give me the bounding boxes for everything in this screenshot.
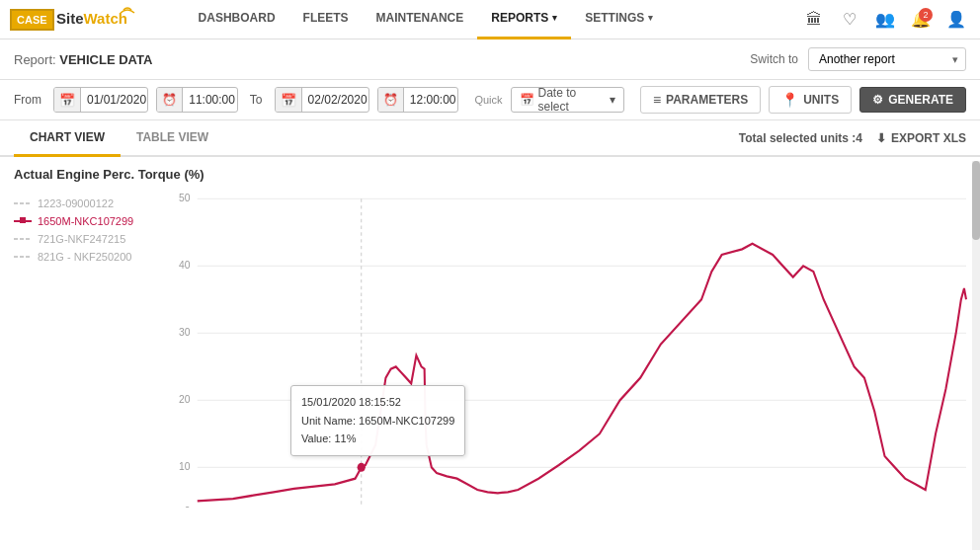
- tabs-left: CHART VIEW TABLE VIEW: [14, 120, 224, 155]
- chart1-svg: 50 40 30 20 10 0 20/01/2020 01:00:00 27/: [172, 188, 966, 508]
- tab-chart-view[interactable]: CHART VIEW: [14, 120, 121, 157]
- to-label: To: [250, 93, 263, 107]
- from-date-input[interactable]: 📅 01/01/2020: [53, 87, 148, 113]
- sitewatch-logo: SiteWatch: [56, 6, 165, 34]
- favorite-icon[interactable]: ♡: [836, 6, 863, 34]
- museum-icon[interactable]: 🏛: [800, 6, 828, 34]
- date-row: From 📅 01/01/2020 ⏰ 11:00:00 To 📅 02/02/…: [0, 80, 980, 120]
- legend-item-1[interactable]: 1650M-NKC107299: [14, 215, 172, 227]
- user-icon[interactable]: 👤: [942, 6, 970, 34]
- chart1-legend: 1223-09000122 1650M-NKC107299 721G-NKF24…: [14, 188, 172, 508]
- users-icon[interactable]: 👥: [871, 6, 899, 34]
- quick-date-chevron: ▾: [610, 93, 615, 107]
- selected-units-text: Total selected units :4: [739, 131, 862, 145]
- notification-badge: 2: [919, 8, 933, 22]
- legend-item-3[interactable]: 821G - NKF250200: [14, 251, 172, 263]
- svg-text:50: 50: [179, 191, 190, 203]
- to-time-value: 12:00:00: [404, 93, 459, 107]
- from-time-value: 11:00:00: [183, 93, 238, 107]
- tooltip-dot: [358, 463, 366, 472]
- from-date-picker-btn[interactable]: 📅: [54, 88, 81, 112]
- chart-section-1: Actual Engine Perc. Torque (%) 1223-0900…: [0, 157, 980, 508]
- legend-label-2: 721G-NKF247215: [38, 233, 125, 245]
- main-nav: DASHBOARD FLEETS MAINTENANCE REPORTS ▾ S…: [185, 0, 800, 39]
- tab-table-view[interactable]: TABLE VIEW: [121, 120, 224, 157]
- report-title: Report: VEHICLE DATA: [14, 52, 152, 67]
- report-name: VEHICLE DATA: [59, 52, 152, 67]
- legend-item-2[interactable]: 721G-NKF247215: [14, 233, 172, 245]
- chart1-title: Actual Engine Perc. Torque (%): [14, 167, 966, 182]
- export-label: EXPORT XLS: [891, 131, 966, 145]
- generate-icon: ⚙: [872, 93, 883, 107]
- svg-text:0: 0: [185, 504, 191, 508]
- nav-reports[interactable]: REPORTS ▾: [477, 0, 571, 39]
- nav-maintenance[interactable]: MAINTENANCE: [363, 0, 478, 39]
- chart-line-1: [198, 244, 966, 502]
- to-time-picker-btn[interactable]: ⏰: [378, 88, 404, 112]
- tabs-right: Total selected units :4 ⬇ EXPORT XLS: [739, 131, 966, 145]
- selected-units-count: 4: [856, 131, 862, 145]
- scroll-track[interactable]: [972, 161, 980, 550]
- quick-date-select-value: Date to select: [538, 86, 606, 114]
- chart1-plot: 50 40 30 20 10 0 20/01/2020 01:00:00 27/: [172, 188, 966, 508]
- units-button[interactable]: 📍 UNITS: [769, 86, 852, 114]
- chart1-area: 1223-09000122 1650M-NKC107299 721G-NKF24…: [14, 188, 966, 508]
- legend-label-3: 821G - NKF250200: [38, 251, 131, 263]
- nav-fleets[interactable]: FLEETS: [289, 0, 363, 39]
- parameters-button[interactable]: ≡ PARAMETERS: [640, 86, 761, 114]
- export-xls-button[interactable]: ⬇ EXPORT XLS: [876, 131, 966, 145]
- header-icons: 🏛 ♡ 👥 🔔 2 👤: [800, 6, 970, 34]
- legend-label-0: 1223-09000122: [38, 197, 114, 209]
- from-time-input[interactable]: ⏰ 11:00:00: [156, 87, 238, 113]
- parameters-label: PARAMETERS: [666, 93, 748, 107]
- svg-text:20: 20: [179, 392, 190, 405]
- nav-dashboard[interactable]: DASHBOARD: [185, 0, 289, 39]
- settings-chevron: ▾: [648, 13, 653, 23]
- to-date-input[interactable]: 📅 02/02/2020: [275, 87, 369, 113]
- tabs-row: CHART VIEW TABLE VIEW Total selected uni…: [0, 120, 980, 157]
- units-label: UNITS: [803, 93, 839, 107]
- reports-chevron: ▾: [552, 13, 557, 23]
- from-time-picker-btn[interactable]: ⏰: [157, 88, 183, 112]
- nav-settings[interactable]: SETTINGS ▾: [571, 0, 667, 39]
- from-label: From: [14, 93, 41, 107]
- parameters-icon: ≡: [653, 92, 661, 108]
- svg-text:40: 40: [179, 258, 190, 271]
- svg-marker-3: [20, 217, 26, 223]
- report-bar: Report: VEHICLE DATA Switch to Another r…: [0, 39, 980, 80]
- switch-label: Switch to: [750, 52, 798, 66]
- to-time-input[interactable]: ⏰ 12:00:00: [377, 87, 459, 113]
- switch-area: Switch to Another report: [750, 47, 966, 71]
- quick-date-select[interactable]: 📅 Date to select ▾: [511, 87, 624, 113]
- svg-text:10: 10: [179, 459, 190, 472]
- export-icon: ⬇: [876, 131, 886, 145]
- to-date-picker-btn[interactable]: 📅: [276, 88, 302, 112]
- switch-select-wrapper: Another report: [808, 47, 966, 71]
- case-logo: CASE: [10, 9, 54, 31]
- legend-label-1: 1650M-NKC107299: [38, 215, 133, 227]
- units-icon: 📍: [781, 92, 798, 108]
- header: CASE SiteWatch DASHBOARD FLEETS MAINTENA…: [0, 0, 980, 39]
- quick-date-select-icon: 📅: [520, 93, 534, 107]
- from-date-value: 01/01/2020: [81, 93, 148, 107]
- legend-item-0[interactable]: 1223-09000122: [14, 197, 172, 209]
- switch-to-select[interactable]: Another report: [808, 47, 966, 71]
- svg-text:30: 30: [179, 325, 190, 338]
- quick-label: Quick: [474, 94, 502, 106]
- generate-label: GENERATE: [888, 93, 953, 107]
- chart-container[interactable]: Actual Engine Perc. Torque (%) 1223-0900…: [0, 157, 980, 508]
- generate-button[interactable]: ⚙ GENERATE: [859, 87, 966, 113]
- logo-area: CASE SiteWatch: [10, 6, 165, 34]
- to-date-value: 02/02/2020: [302, 93, 369, 107]
- notification-icon[interactable]: 🔔 2: [907, 6, 935, 34]
- svg-text:SiteWatch: SiteWatch: [56, 10, 127, 27]
- scroll-thumb[interactable]: [972, 161, 980, 240]
